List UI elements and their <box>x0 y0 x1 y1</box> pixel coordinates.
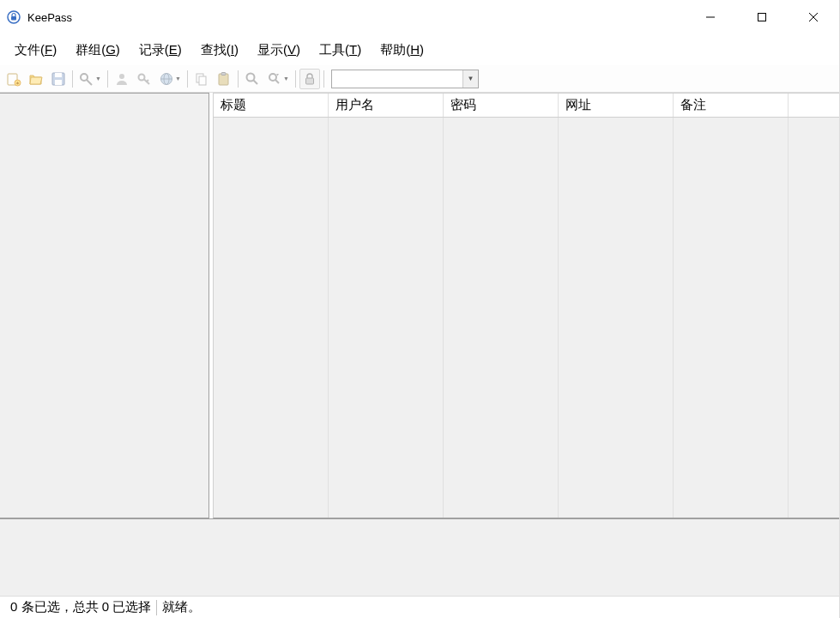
svg-rect-24 <box>221 72 226 75</box>
entry-detail-panel <box>0 518 839 596</box>
toolbar-separator <box>323 70 324 88</box>
new-db-button[interactable]: ✶ <box>3 69 24 89</box>
minimize-button[interactable] <box>685 0 736 34</box>
open-db-button[interactable] <box>26 69 46 89</box>
close-button[interactable] <box>788 0 839 34</box>
column-spacer <box>789 94 839 117</box>
group-tree[interactable] <box>0 93 209 518</box>
quick-search-combo[interactable]: ▼ <box>331 70 479 88</box>
toolbar: ✶ ▼ <box>0 65 839 93</box>
content-area: 标题 用户名 密码 网址 备注 <box>0 93 839 518</box>
status-selection: 0 条已选，总共 0 已选择 <box>5 599 156 615</box>
entry-list-pane: 标题 用户名 密码 网址 备注 <box>213 93 839 518</box>
window-title: KeePass <box>27 11 72 24</box>
svg-line-13 <box>87 79 93 85</box>
column-notes[interactable]: 备注 <box>674 94 789 117</box>
maximize-button[interactable] <box>736 0 788 34</box>
copy-password-button[interactable] <box>134 69 154 89</box>
svg-rect-1 <box>11 16 16 21</box>
status-ready: 就绪。 <box>157 599 206 615</box>
titlebar: KeePass <box>0 0 839 34</box>
add-entry-button[interactable]: ▼ <box>76 69 104 89</box>
menu-help[interactable]: 帮助(H) <box>371 37 433 64</box>
copy-entry-button[interactable] <box>191 69 212 89</box>
svg-text:✶: ✶ <box>15 81 20 86</box>
svg-point-27 <box>269 74 276 81</box>
toolbar-separator <box>107 70 108 88</box>
window-controls <box>685 0 839 34</box>
statusbar: 0 条已选，总共 0 已选择 就绪。 <box>0 596 839 618</box>
column-password[interactable]: 密码 <box>444 94 559 117</box>
entry-table-header: 标题 用户名 密码 网址 备注 <box>213 93 839 118</box>
find-button[interactable] <box>242 69 263 89</box>
svg-rect-10 <box>55 73 62 77</box>
column-username[interactable]: 用户名 <box>329 94 444 117</box>
column-url[interactable]: 网址 <box>559 94 674 117</box>
svg-rect-3 <box>758 14 766 21</box>
menu-view[interactable]: 显示(V) <box>248 37 310 64</box>
svg-line-17 <box>147 80 148 82</box>
dropdown-arrow-icon: ▼ <box>175 76 181 82</box>
show-entries-button[interactable]: ▼ <box>264 69 292 89</box>
toolbar-separator <box>72 70 73 88</box>
toolbar-separator <box>187 70 188 88</box>
paste-entry-button[interactable] <box>214 69 234 89</box>
menu-group[interactable]: 群组(G) <box>66 37 130 64</box>
svg-rect-22 <box>199 76 206 85</box>
app-icon <box>7 10 21 24</box>
svg-rect-29 <box>306 78 314 84</box>
svg-point-14 <box>119 74 124 79</box>
dropdown-arrow-icon: ▼ <box>283 76 289 82</box>
menu-entry[interactable]: 记录(E) <box>130 37 191 64</box>
app-window: KeePass 文件(F) 群组(G) 记录(E) 查找(I) 显示(V) 工具… <box>0 0 840 618</box>
menu-tools[interactable]: 工具(T) <box>310 37 371 64</box>
save-db-button[interactable] <box>48 69 69 89</box>
menubar: 文件(F) 群组(G) 记录(E) 查找(I) 显示(V) 工具(T) 帮助(H… <box>0 34 839 65</box>
menu-file[interactable]: 文件(F) <box>5 37 66 64</box>
svg-line-16 <box>144 79 150 84</box>
copy-user-button[interactable] <box>112 69 132 89</box>
svg-line-26 <box>254 80 258 84</box>
combo-arrow-icon: ▼ <box>462 70 478 88</box>
menu-find[interactable]: 查找(I) <box>191 37 248 64</box>
svg-rect-11 <box>55 80 62 85</box>
svg-line-28 <box>275 80 279 83</box>
open-url-button[interactable]: ▼ <box>156 69 184 89</box>
entry-table-body[interactable] <box>213 118 839 518</box>
svg-point-25 <box>247 73 255 81</box>
lock-workspace-button[interactable] <box>299 69 320 89</box>
column-title[interactable]: 标题 <box>214 94 329 117</box>
dropdown-arrow-icon: ▼ <box>95 76 101 82</box>
toolbar-separator <box>295 70 296 88</box>
toolbar-separator <box>238 70 239 88</box>
